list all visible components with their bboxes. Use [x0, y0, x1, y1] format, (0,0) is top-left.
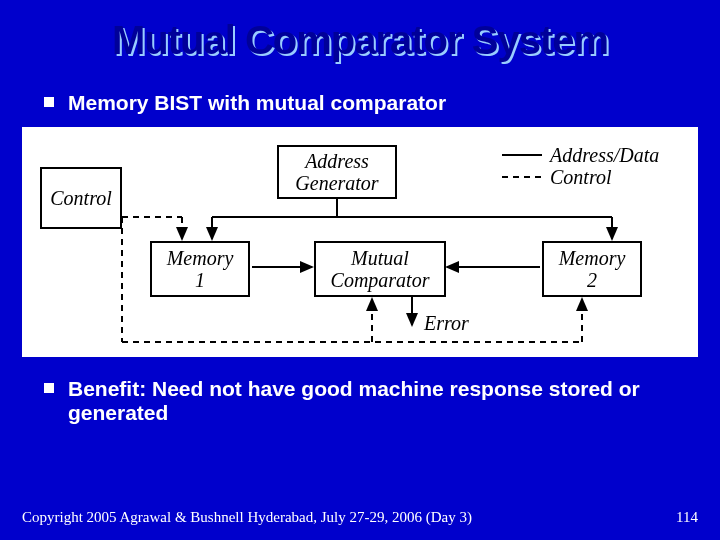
legend-address-data: Address/Data — [550, 144, 659, 167]
bullet-text: Benefit: Need not have good machine resp… — [68, 377, 676, 425]
bullet-item: Benefit: Need not have good machine resp… — [44, 377, 676, 425]
mem1-l2: 1 — [195, 269, 205, 291]
bullet-text: Memory BIST with mutual comparator — [68, 91, 446, 115]
mutual-l2: Comparator — [331, 269, 430, 291]
legend-control: Control — [550, 166, 612, 189]
control-label: Control — [50, 187, 112, 209]
bullet-item: Memory BIST with mutual comparator — [44, 91, 676, 115]
mem1-l1: Memory — [167, 247, 234, 269]
address-generator-block: Address Generator — [277, 145, 397, 199]
addr-gen-l2: Generator — [295, 172, 378, 194]
block-diagram: Control Address Generator Memory 1 Mutua… — [22, 127, 698, 357]
control-block: Control — [40, 167, 122, 229]
mem2-l2: 2 — [587, 269, 597, 291]
page-number: 114 — [676, 509, 698, 526]
bullet-marker — [44, 97, 54, 107]
slide-title: Mutual Comparator System — [0, 0, 720, 63]
error-label: Error — [424, 312, 469, 335]
addr-gen-l1: Address — [305, 150, 369, 172]
bullet-list: Memory BIST with mutual comparator — [0, 63, 720, 115]
bullet-marker — [44, 383, 54, 393]
mutual-comparator-block: Mutual Comparator — [314, 241, 446, 297]
bullet-list-2: Benefit: Need not have good machine resp… — [0, 371, 720, 425]
slide-footer: Copyright 2005 Agrawal & Bushnell Hydera… — [22, 509, 698, 526]
mem2-l1: Memory — [559, 247, 626, 269]
mutual-l1: Mutual — [351, 247, 409, 269]
copyright-text: Copyright 2005 Agrawal & Bushnell Hydera… — [22, 509, 472, 526]
memory-2-block: Memory 2 — [542, 241, 642, 297]
memory-1-block: Memory 1 — [150, 241, 250, 297]
diagram-container: Control Address Generator Memory 1 Mutua… — [22, 127, 698, 357]
